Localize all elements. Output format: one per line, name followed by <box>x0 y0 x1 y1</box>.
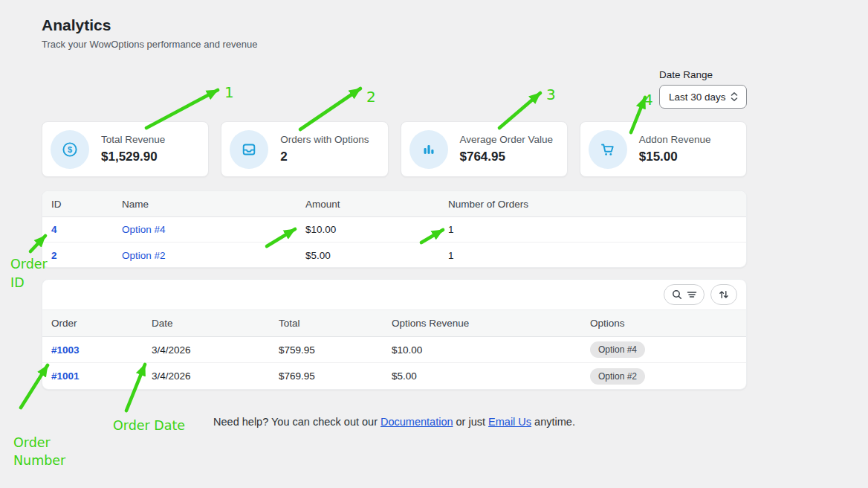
column-header-date: Date <box>152 318 279 329</box>
email-us-link[interactable]: Email Us <box>488 416 531 428</box>
option-order-count: 1 <box>448 250 746 261</box>
annotation-number-4: 4 <box>644 91 653 109</box>
stat-card-orders-with-options: Orders with Options 2 <box>221 121 388 177</box>
options-summary-table: ID Name Amount Number of Orders 4 Option… <box>42 190 747 268</box>
svg-text:$: $ <box>68 145 72 154</box>
help-text: or just <box>453 416 489 428</box>
option-id-link[interactable]: 2 <box>51 250 57 261</box>
orders-table-toolbar <box>42 280 746 309</box>
sort-button[interactable] <box>710 284 737 305</box>
column-header-number-of-orders: Number of Orders <box>448 199 746 210</box>
stat-label: Addon Revenue <box>639 134 711 145</box>
orders-table-header: Order Date Total Options Revenue Options <box>42 309 746 337</box>
annotation-number-1: 1 <box>224 83 234 101</box>
chevron-up-down-icon <box>729 91 739 103</box>
order-date: 3/4/2026 <box>152 370 279 382</box>
date-range-label: Date Range <box>659 69 713 80</box>
options-table-header: ID Name Amount Number of Orders <box>42 191 746 217</box>
filter-icon <box>687 289 697 300</box>
table-row: 2 Option #2 $5.00 1 <box>42 243 746 268</box>
option-name-link[interactable]: Option #2 <box>122 250 166 261</box>
annotation-number-2: 2 <box>366 88 376 106</box>
stat-label: Total Revenue <box>101 134 165 145</box>
annotation-label-order-number-line1: Order <box>13 435 51 450</box>
cart-icon <box>589 130 627 169</box>
documentation-link[interactable]: Documentation <box>380 416 453 428</box>
option-name-link[interactable]: Option #4 <box>122 224 166 235</box>
order-date: 3/4/2026 <box>152 344 279 356</box>
annotation-number-3: 3 <box>546 86 556 103</box>
annotation-label-order-id-line2: ID <box>10 275 25 290</box>
option-badge: Option #2 <box>590 368 645 385</box>
date-range-select[interactable]: Last 30 days <box>659 85 747 109</box>
table-row: #1003 3/4/2026 $759.95 $10.00 Option #4 <box>42 337 746 363</box>
option-id-link[interactable]: 4 <box>51 224 57 235</box>
order-options-revenue: $10.00 <box>392 344 590 356</box>
order-total: $769.95 <box>279 370 392 382</box>
help-footer: Need help? You can check out our Documen… <box>42 416 747 428</box>
stat-value: 2 <box>280 150 369 164</box>
bar-chart-icon <box>409 130 448 169</box>
order-number-link[interactable]: #1001 <box>51 370 80 382</box>
stat-label: Orders with Options <box>280 134 369 145</box>
stat-card-total-revenue: $ Total Revenue $1,529.90 <box>42 121 209 177</box>
stat-card-average-order-value: Average Order Value $764.95 <box>401 121 568 177</box>
stat-label: Average Order Value <box>460 134 554 145</box>
column-header-options: Options <box>590 318 746 329</box>
stat-cards: $ Total Revenue $1,529.90 Orders with Op… <box>42 121 747 177</box>
order-total: $759.95 <box>279 344 392 356</box>
analytics-page: Analytics Track your WowOptions performa… <box>0 0 868 488</box>
column-header-options-revenue: Options Revenue <box>392 318 590 329</box>
page-title: Analytics <box>42 16 111 34</box>
table-row: #1001 3/4/2026 $769.95 $5.00 Option #2 <box>42 363 746 389</box>
help-text: Need help? You can check out our <box>213 416 380 428</box>
order-options-revenue: $5.00 <box>392 370 590 382</box>
search-icon <box>671 289 683 301</box>
order-number-link[interactable]: #1003 <box>51 344 80 356</box>
stat-card-addon-revenue: Addon Revenue $15.00 <box>580 121 747 177</box>
option-order-count: 1 <box>448 224 746 235</box>
annotation-label-order-number-line2: Number <box>13 453 66 468</box>
option-badge: Option #4 <box>590 341 645 358</box>
orders-table: Order Date Total Options Revenue Options… <box>42 279 747 390</box>
sort-arrows-icon <box>718 289 730 301</box>
column-header-total: Total <box>279 318 392 329</box>
stat-value: $15.00 <box>639 150 711 164</box>
help-text: anytime. <box>531 416 575 428</box>
page-subtitle: Track your WowOptions performance and re… <box>42 39 257 50</box>
search-filter-button[interactable] <box>664 284 705 305</box>
date-range-value: Last 30 days <box>669 92 726 103</box>
dollar-circle-icon: $ <box>51 130 89 169</box>
option-amount: $10.00 <box>305 224 448 235</box>
column-header-order: Order <box>51 318 152 329</box>
column-header-amount: Amount <box>305 199 448 210</box>
option-amount: $5.00 <box>305 250 448 261</box>
column-header-name: Name <box>122 199 305 210</box>
stat-value: $764.95 <box>460 150 554 164</box>
stat-value: $1,529.90 <box>101 150 165 164</box>
inbox-icon <box>230 130 268 169</box>
column-header-id: ID <box>51 199 122 210</box>
table-row: 4 Option #4 $10.00 1 <box>42 217 746 243</box>
